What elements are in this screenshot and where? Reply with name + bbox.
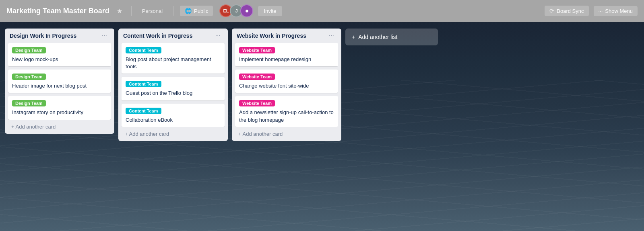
list-menu-btn-content[interactable]: ··· xyxy=(213,32,223,40)
public-label: Public xyxy=(194,8,208,14)
list-content: Content Work in Progress···Content TeamB… xyxy=(118,29,228,141)
avatars-group: EL J ● xyxy=(219,4,253,17)
card-content-2[interactable]: Content TeamCollaboration eBook xyxy=(122,104,225,127)
board-content: Design Work In Progress···Design TeamNew… xyxy=(0,22,644,231)
card-website-0[interactable]: Website TeamImplement homepage redesign xyxy=(235,43,338,66)
card-text-design-0: New logo mock-ups xyxy=(12,56,107,63)
list-title-content: Content Work in Progress xyxy=(123,33,192,39)
list-header-content: Content Work in Progress··· xyxy=(122,32,225,40)
personal-button[interactable]: Personal xyxy=(138,6,167,16)
card-tag-website-0: Website Team xyxy=(239,47,275,53)
card-content-1[interactable]: Content TeamGuest post on the Trello blo… xyxy=(122,77,225,100)
card-tag-design-2: Design Team xyxy=(12,100,46,106)
board-title: Marketing Team Master Board xyxy=(6,7,109,15)
list-menu-btn-website[interactable]: ··· xyxy=(326,32,336,40)
board-sync-label: Board Sync xyxy=(557,8,584,14)
card-design-0[interactable]: Design TeamNew logo mock-ups xyxy=(8,43,111,66)
card-tag-website-2: Website Team xyxy=(239,100,275,106)
add-card-btn-content[interactable]: + Add another card xyxy=(122,129,225,139)
card-text-website-0: Implement homepage redesign xyxy=(239,56,334,63)
list-website: Website Work in Progress···Website TeamI… xyxy=(232,29,341,141)
card-design-1[interactable]: Design TeamHeader image for next blog po… xyxy=(8,70,111,93)
cards-container-design: Design TeamNew logo mock-upsDesign TeamH… xyxy=(8,43,111,120)
card-content-0[interactable]: Content TeamBlog post about project mana… xyxy=(122,43,225,74)
star-button[interactable]: ★ xyxy=(114,6,125,16)
show-menu-button[interactable]: ··· Show Menu xyxy=(594,6,638,16)
invite-button[interactable]: Invite xyxy=(258,6,282,16)
star-icon: ★ xyxy=(117,7,122,15)
list-menu-btn-design[interactable]: ··· xyxy=(99,32,109,40)
header-divider-2 xyxy=(173,6,173,16)
card-website-1[interactable]: Website TeamChange website font site-wid… xyxy=(235,70,338,93)
card-tag-content-1: Content Team xyxy=(126,81,161,87)
card-text-content-1: Guest post on the Trello blog xyxy=(126,90,221,97)
list-design: Design Work In Progress···Design TeamNew… xyxy=(5,29,114,134)
card-text-content-0: Blog post about project management tools xyxy=(126,56,221,70)
add-list-label: Add another list xyxy=(358,34,397,40)
list-title-design: Design Work In Progress xyxy=(10,33,76,39)
card-text-content-2: Collaboration eBook xyxy=(126,117,221,124)
show-menu-label: Show Menu xyxy=(605,8,633,14)
card-text-website-2: Add a newsletter sign-up call-to-action … xyxy=(239,109,334,123)
card-design-2[interactable]: Design TeamInstagram story on productivi… xyxy=(8,96,111,119)
cards-container-website: Website TeamImplement homepage redesignW… xyxy=(235,43,338,127)
board-sync-button[interactable]: ⟳ Board Sync xyxy=(545,6,588,16)
header: Marketing Team Master Board ★ Personal 🌐… xyxy=(0,0,644,22)
cards-container-content: Content TeamBlog post about project mana… xyxy=(122,43,225,127)
dots-icon: ··· xyxy=(599,8,603,14)
card-tag-website-1: Website Team xyxy=(239,74,275,80)
list-title-website: Website Work in Progress xyxy=(237,33,306,39)
card-website-2[interactable]: Website TeamAdd a newsletter sign-up cal… xyxy=(235,96,338,127)
list-header-website: Website Work in Progress··· xyxy=(235,32,338,40)
globe-icon: 🌐 xyxy=(185,8,192,14)
card-text-design-1: Header image for next blog post xyxy=(12,82,107,90)
card-text-design-2: Instagram story on productivity xyxy=(12,109,107,116)
card-tag-content-0: Content Team xyxy=(126,47,161,53)
lists-container: Design Work In Progress···Design TeamNew… xyxy=(5,29,341,141)
add-card-btn-website[interactable]: + Add another card xyxy=(235,129,338,139)
public-button[interactable]: 🌐 Public xyxy=(180,6,213,16)
add-list-button[interactable]: + Add another list xyxy=(345,29,438,45)
avatar-3[interactable]: ● xyxy=(240,4,253,17)
header-divider xyxy=(131,6,132,16)
sync-icon: ⟳ xyxy=(549,8,554,14)
card-tag-design-1: Design Team xyxy=(12,74,46,80)
add-list-plus-icon: + xyxy=(352,34,355,40)
add-card-btn-design[interactable]: + Add another card xyxy=(8,121,111,132)
card-tag-design-0: Design Team xyxy=(12,47,46,53)
card-tag-content-2: Content Team xyxy=(126,108,161,114)
card-text-website-1: Change website font site-wide xyxy=(239,82,334,90)
list-header-design: Design Work In Progress··· xyxy=(8,32,111,40)
